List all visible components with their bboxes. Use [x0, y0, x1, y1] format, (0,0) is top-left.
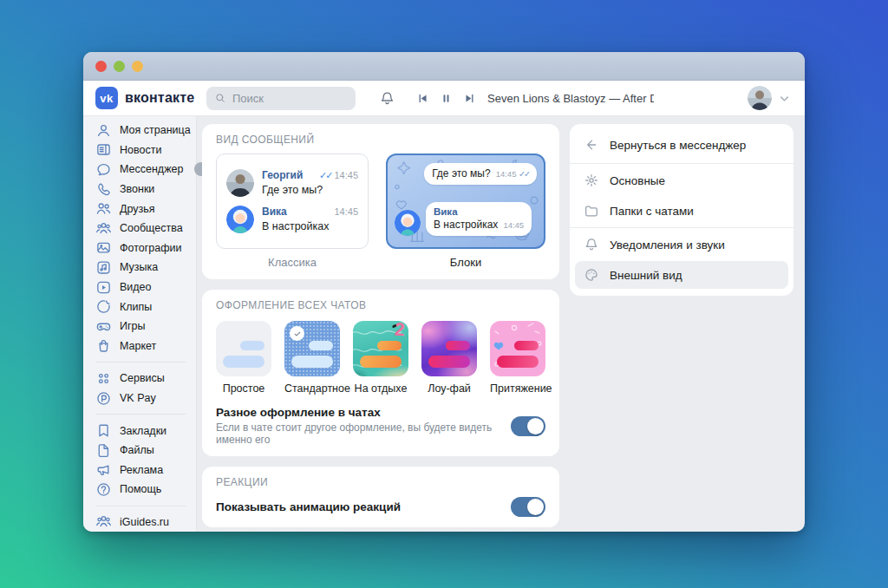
search-placeholder: Поиск: [232, 92, 264, 105]
toggle-knob: [527, 499, 544, 515]
previous-track-icon[interactable]: [416, 92, 429, 105]
phone-icon: [95, 181, 112, 198]
minimize-button[interactable]: [132, 61, 143, 72]
sidebar-item-label: Реклама: [120, 464, 163, 476]
communities-icon: [95, 220, 112, 237]
sidebar-divider: [95, 506, 186, 506]
sidebar-item-communities[interactable]: Сообщества: [83, 219, 196, 238]
flamingo-float: 2: [394, 321, 405, 340]
back-to-messenger-button[interactable]: Вернуться в мессенджер: [570, 128, 793, 162]
sender-name: Вика: [262, 206, 287, 218]
settings-item-general[interactable]: Основные: [575, 167, 788, 194]
message-style-label-blocks[interactable]: Блоки: [386, 256, 545, 269]
message-style-classic-option[interactable]: Георгий ✓✓14:45 Где это мы?: [216, 154, 369, 249]
arrow-left-icon: [584, 137, 599, 153]
chat-theme-standard[interactable]: Стандартное: [284, 321, 340, 395]
sidebar-item-label: iGuides.ru: [120, 516, 169, 528]
theme-preview[interactable]: [284, 321, 340, 376]
incoming-message-bubble: Вика В настройках14:45: [426, 202, 532, 236]
sidebar-item-clips[interactable]: Клипы: [83, 297, 196, 317]
sidebar-item-messenger[interactable]: Мессенджер1: [83, 160, 196, 180]
chat-theme-vacation[interactable]: 2 На отдыхе: [353, 321, 408, 395]
user-icon: [95, 122, 112, 139]
sidebar-item-label: Помощь: [120, 483, 161, 495]
sidebar-item-vkpay[interactable]: VK Pay: [83, 389, 196, 408]
vk-home-link[interactable]: vk вконтакте: [95, 87, 199, 109]
services-icon: [95, 370, 112, 387]
next-track-icon[interactable]: [463, 92, 476, 105]
sidebar-item-label: Закладки: [120, 425, 166, 437]
sidebar-item-bookmarks[interactable]: Закладки: [83, 421, 196, 441]
sidebar-item-my-page[interactable]: Моя страница: [83, 121, 196, 140]
sidebar-item-calls[interactable]: Звонки: [83, 180, 196, 199]
group-icon: [95, 513, 112, 530]
chat-theme-simple[interactable]: Простое: [216, 321, 271, 395]
sidebar-item-music[interactable]: Музыка: [83, 258, 196, 278]
sidebar-item-label: Мессенджер: [120, 163, 183, 175]
sidebar-item-iguides[interactable]: iGuides.ru: [83, 513, 196, 532]
gear-icon: [584, 173, 599, 188]
sender-name: Георгий: [262, 169, 303, 181]
message-time: 14:45: [503, 220, 524, 230]
preview-message: Георгий ✓✓14:45 Где это мы?: [226, 169, 358, 197]
sidebar-item-friends[interactable]: Друзья: [83, 199, 196, 219]
theme-label: Стандартное: [284, 382, 340, 395]
settings-item-label: Уведомления и звуки: [610, 238, 725, 252]
notifications-bell-icon[interactable]: [379, 90, 395, 107]
fullscreen-button[interactable]: [114, 61, 125, 72]
vk-logo-icon: vk: [95, 87, 118, 109]
preview-message: Вика 14:45 В настройках: [226, 206, 358, 233]
sidebar-item-label: Видео: [120, 281, 152, 293]
search-input[interactable]: Поиск: [206, 87, 356, 110]
per-chat-themes-toggle[interactable]: [511, 416, 545, 436]
sidebar-item-news[interactable]: Новости: [83, 140, 196, 160]
settings-item-label: Папки с чатами: [610, 205, 694, 218]
message-style-blocks-option[interactable]: @ Где это мы?14:45 ✓✓: [386, 154, 545, 249]
settings-content: ВИД СООБЩЕНИЙ: [197, 116, 805, 532]
close-button[interactable]: [95, 61, 107, 72]
messenger-icon: [95, 161, 112, 178]
sidebar-item-files[interactable]: Файлы: [83, 441, 196, 461]
chat-theme-lofi[interactable]: Лоу-фай: [421, 321, 477, 395]
now-playing-title[interactable]: Seven Lions & Blastoyz — After Dark (...: [487, 92, 654, 105]
message-time: 14:45: [334, 170, 358, 180]
sidebar-item-photos[interactable]: Фотографии: [83, 238, 196, 258]
sidebar-item-label: Сообщества: [120, 222, 183, 234]
settings-item-notifications[interactable]: Уведомления и звуки: [575, 231, 788, 258]
avatar: [748, 86, 772, 110]
sidebar-item-label: Игры: [120, 320, 145, 332]
sidebar-divider: [95, 362, 186, 363]
sidebar-item-video[interactable]: Видео: [83, 278, 196, 297]
per-chat-themes-description: Если в чате стоит другое оформление, вы …: [216, 421, 511, 446]
account-menu[interactable]: [748, 86, 793, 110]
sender-name: Вика: [434, 206, 524, 217]
megaphone-icon: [95, 461, 112, 478]
pause-icon[interactable]: [440, 92, 453, 105]
reactions-animation-toggle[interactable]: [511, 497, 545, 517]
theme-preview[interactable]: [490, 321, 545, 376]
sidebar-item-services[interactable]: Сервисы: [83, 369, 196, 389]
file-icon: [95, 442, 112, 459]
chat-theme-attraction[interactable]: Притяжение: [490, 321, 545, 395]
chat-themes-card: ОФОРМЛЕНИЕ ВСЕХ ЧАТОВ Простое: [202, 290, 559, 456]
section-title: ВИД СООБЩЕНИЙ: [216, 134, 545, 146]
theme-preview[interactable]: [216, 321, 271, 376]
reactions-animation-label: Показывать анимацию реакций: [216, 500, 401, 513]
per-chat-themes-label: Разное оформление в чатах: [216, 406, 511, 419]
sidebar-item-games[interactable]: Игры: [83, 317, 196, 336]
sidebar-item-market[interactable]: Маркет: [83, 336, 196, 356]
sidebar-item-label: Звонки: [120, 183, 154, 195]
clips-icon: [95, 298, 112, 315]
settings-item-appearance[interactable]: Внешний вид: [575, 261, 788, 289]
settings-item-chat-folders[interactable]: Папки с чатами: [575, 197, 788, 225]
back-label: Вернуться в мессенджер: [610, 139, 746, 152]
sidebar-item-help[interactable]: Помощь: [83, 480, 196, 500]
window-titlebar[interactable]: [83, 52, 805, 81]
message-style-label-classic[interactable]: Классика: [216, 256, 369, 269]
section-title: РЕАКЦИИ: [216, 476, 545, 488]
theme-preview[interactable]: [421, 321, 477, 376]
music-icon: [95, 259, 112, 276]
theme-preview[interactable]: 2: [353, 321, 408, 376]
sidebar-item-ads[interactable]: Реклама: [83, 461, 196, 480]
read-checks-icon: ✓✓: [519, 169, 529, 179]
